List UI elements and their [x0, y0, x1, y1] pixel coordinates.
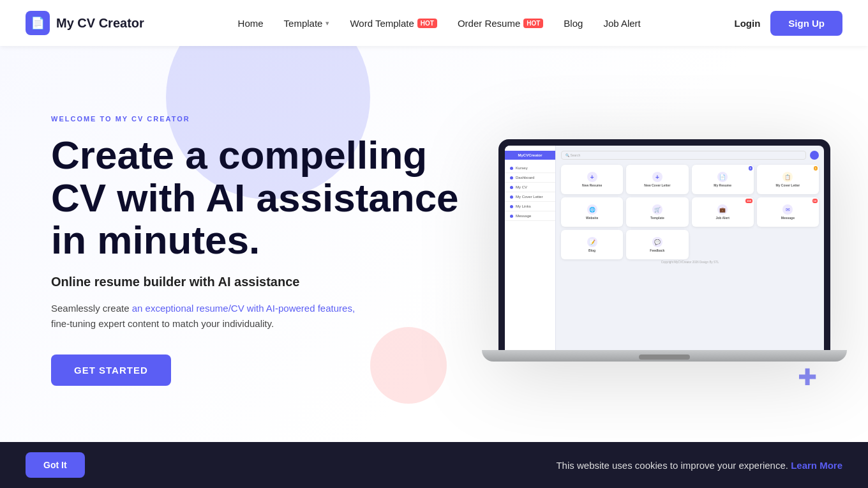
- nav-word-template[interactable]: Word Template Hot: [350, 18, 437, 29]
- nav-blog[interactable]: Blog: [564, 18, 583, 29]
- logo-icon: 📄: [26, 11, 50, 35]
- sidebar-item-kursey: Kursey: [505, 164, 555, 173]
- nav-template[interactable]: Template ▾: [284, 18, 330, 29]
- badge-my-cover: 1: [814, 166, 818, 171]
- screen-search: 🔍 Search: [561, 151, 806, 160]
- card-icon-template: 🛒: [652, 204, 662, 215]
- sidebar-dot-2: [510, 176, 513, 179]
- card-my-cover: 📋 My Cover Letter 1: [757, 165, 819, 194]
- nav-actions: Login Sign Up: [735, 11, 843, 36]
- laptop-base: [482, 350, 847, 362]
- card-icon-new-resume: +: [587, 172, 597, 182]
- nav-job-alert[interactable]: Job Alert: [603, 18, 640, 29]
- card-icon-new-cover: +: [652, 172, 662, 182]
- nav-order-resume[interactable]: Order Resume Hot: [458, 18, 543, 29]
- card-icon-job-alert: 💼: [717, 204, 728, 215]
- signup-button[interactable]: Sign Up: [770, 11, 842, 36]
- card-message: ✉ Message 14: [757, 197, 819, 227]
- logo-text: My CV Creator: [56, 16, 144, 31]
- hero-desc: Seamlessly create an exceptional resume/…: [51, 301, 486, 332]
- sidebar-item-cover-letter: My Cover Letter: [505, 192, 555, 202]
- sidebar-item-message: Message: [505, 211, 555, 221]
- badge-my-resume: 3: [749, 166, 752, 171]
- screen-main: 🔍 Search + New Resume: [556, 146, 824, 350]
- card-blog: 📝 Blog: [561, 230, 623, 259]
- screen-copyright: Copyright MyCVCreator 2026 Design By STL: [561, 261, 819, 264]
- sidebar-dot-3: [510, 186, 513, 189]
- screen-avatar: [810, 151, 819, 160]
- card-job-alert: 💼 Job Alert 134: [692, 197, 754, 227]
- card-new-resume: + New Resume: [561, 165, 623, 194]
- sidebar-dot: [510, 167, 513, 170]
- card-label-feedback: Feedback: [650, 248, 664, 252]
- logo[interactable]: 📄 My CV Creator: [26, 11, 144, 35]
- sidebar-item-links: My Links: [505, 202, 555, 211]
- hero-content: WELCOME TO MY CV CREATOR Create a compel…: [51, 115, 486, 386]
- screen-top: 🔍 Search: [561, 151, 819, 160]
- hero-subtitle: Online resume builder with AI assistance: [51, 275, 486, 289]
- card-label-message: Message: [781, 216, 795, 220]
- card-icon-blog: 📝: [587, 237, 597, 247]
- card-my-resume: 📄 My Resume 3: [692, 165, 754, 194]
- nav-links: Home Template ▾ Word Template Hot Order …: [238, 18, 641, 29]
- welcome-label: WELCOME TO MY CV CREATOR: [51, 115, 486, 123]
- get-started-button[interactable]: GET STARTED: [51, 355, 171, 386]
- card-label-new-cover: New Cover Letter: [644, 183, 670, 187]
- sidebar-item-mycv: My CV: [505, 183, 555, 192]
- screen-sidebar-header: MyCVCreator: [505, 151, 555, 160]
- card-icon-my-resume: 📄: [717, 172, 728, 182]
- hero-title: Create a compelling CV with AI assistanc…: [51, 134, 486, 263]
- chevron-down-icon: ▾: [326, 19, 329, 27]
- hero-link[interactable]: an exceptional resume/CV with AI-powered…: [132, 303, 355, 314]
- screen-sidebar: MyCVCreator Kursey Dashboard: [505, 146, 556, 350]
- hot-badge-order: Hot: [523, 19, 543, 28]
- card-feedback: 💬 Feedback: [626, 230, 688, 259]
- nav-home[interactable]: Home: [238, 18, 264, 29]
- sidebar-dot-6: [510, 215, 513, 218]
- laptop-notch: [639, 355, 690, 360]
- badge-job-alert: 134: [745, 199, 752, 203]
- card-label-new-resume: New Resume: [582, 183, 602, 187]
- card-website: 🌐 Website: [561, 197, 623, 227]
- screen-inner: MyCVCreator Kursey Dashboard: [505, 146, 824, 350]
- card-icon-website: 🌐: [587, 204, 597, 215]
- sidebar-item-dashboard: Dashboard: [505, 173, 555, 183]
- screen-grid: + New Resume + New Cover Letter: [561, 165, 819, 259]
- hero-section: ✚ WELCOME TO MY CV CREATOR Create a comp…: [0, 46, 868, 442]
- card-icon-feedback: 💬: [652, 237, 662, 247]
- laptop-mockup: MyCVCreator Kursey Dashboard: [486, 139, 842, 362]
- card-label-website: Website: [586, 216, 598, 220]
- card-label-template: Template: [650, 216, 664, 220]
- card-icon-message: ✉: [782, 204, 793, 215]
- card-label-my-resume: My Resume: [714, 183, 731, 187]
- card-icon-my-cover: 📋: [782, 172, 793, 182]
- laptop-body: MyCVCreator Kursey Dashboard: [498, 139, 830, 350]
- card-label-my-cover: My Cover Letter: [775, 183, 800, 187]
- sidebar-dot-5: [510, 205, 513, 208]
- card-template: 🛒 Template: [626, 197, 688, 227]
- card-label-job-alert: Job Alert: [715, 216, 729, 220]
- hot-badge-word: Hot: [417, 19, 437, 28]
- sidebar-dot-4: [510, 195, 513, 199]
- plus-icon: ✚: [798, 364, 817, 391]
- login-button[interactable]: Login: [735, 18, 761, 29]
- navbar: 📄 My CV Creator Home Template ▾ Word Tem…: [0, 0, 868, 46]
- laptop: MyCVCreator Kursey Dashboard: [498, 139, 830, 362]
- card-new-cover: + New Cover Letter: [626, 165, 688, 194]
- badge-message: 14: [812, 199, 818, 203]
- laptop-screen: MyCVCreator Kursey Dashboard: [505, 146, 824, 350]
- card-label-blog: Blog: [588, 248, 595, 252]
